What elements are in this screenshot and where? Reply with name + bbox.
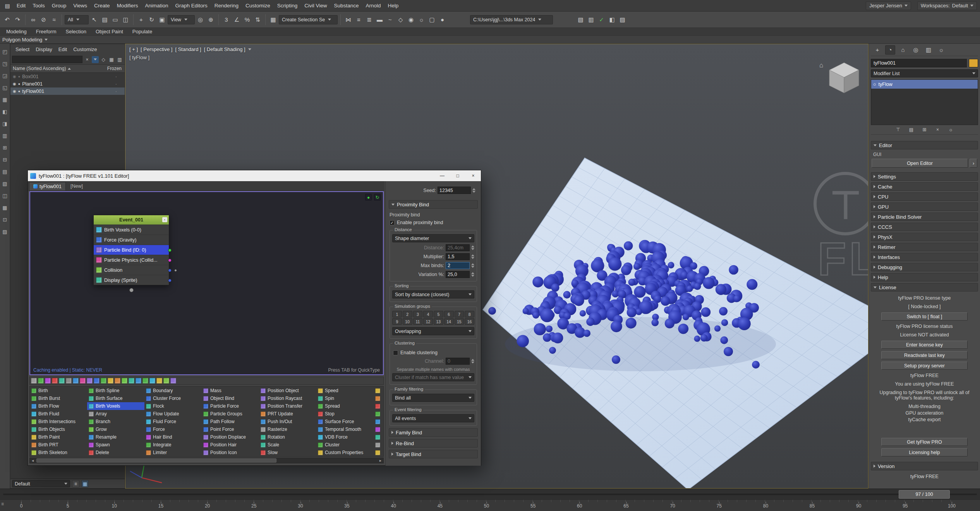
rollout-gpu[interactable]: GPU: [871, 202, 978, 211]
operator-particle-physics-collid[interactable]: Particle Physics (Collid...: [94, 255, 169, 265]
sim-group-button-7[interactable]: 7: [455, 311, 464, 317]
material-editor-icon[interactable]: ◉: [406, 15, 416, 24]
scrollbar-thumb[interactable]: [36, 458, 276, 463]
rollout-license[interactable]: License: [871, 283, 978, 292]
left-dock-icon-15[interactable]: ⊡: [1, 216, 9, 223]
depot-item-object-bind[interactable]: Object Bind: [202, 394, 259, 402]
depot-item-position-hair[interactable]: Position Hair: [202, 441, 259, 449]
spinner[interactable]: [471, 272, 474, 277]
utilities-tab[interactable]: ☼: [936, 45, 946, 55]
spinner[interactable]: [471, 254, 474, 259]
ribbon-tab-modeling[interactable]: Modeling: [2, 28, 31, 36]
explorer-row-plane001[interactable]: ◉●Plane001·: [10, 80, 125, 87]
enable-clustering-checkbox[interactable]: Enable clustering: [393, 350, 474, 355]
depot-filter-icon-7[interactable]: [73, 378, 79, 384]
rendered-frame-window-icon[interactable]: ▢: [427, 15, 437, 24]
reference-coordinate-dropdown[interactable]: View: [168, 15, 195, 24]
toggle-ribbon-icon[interactable]: ▬: [375, 15, 384, 24]
redo-icon[interactable]: ↷: [13, 15, 22, 24]
toggle-layer-explorer-icon[interactable]: ≣: [364, 15, 374, 24]
menu-customize[interactable]: Customize: [242, 0, 274, 12]
depot-filter-icon-19[interactable]: [156, 378, 162, 384]
explorer-menu-select[interactable]: Select: [13, 46, 32, 52]
depot-item[interactable]: [374, 394, 384, 402]
flow-tab-tyflow001[interactable]: tyFlow001: [29, 182, 66, 190]
depot-item-prt-update[interactable]: PRT Update: [259, 410, 316, 418]
depot-item-cluster[interactable]: Cluster: [316, 441, 374, 449]
operator-port[interactable]: [168, 269, 172, 272]
depot-item-speed[interactable]: Speed: [316, 387, 374, 394]
left-dock-icon-11[interactable]: ▤: [1, 168, 9, 175]
rollout-particle-bind-solver[interactable]: Particle Bind Solver: [871, 213, 978, 221]
time-slider[interactable]: 97 / 100: [0, 489, 980, 499]
depot-item-position-icon[interactable]: Position Icon: [202, 449, 259, 456]
depot-filter-icon-15[interactable]: [129, 378, 134, 384]
left-dock-icon-10[interactable]: ⊟: [1, 156, 9, 163]
object-color-swatch[interactable]: [969, 59, 978, 67]
column-chooser-icon[interactable]: ▦: [108, 56, 115, 63]
spinner-snap-icon[interactable]: ⇅: [253, 15, 263, 24]
rollout-help[interactable]: Help: [871, 273, 978, 281]
sim-group-button-15[interactable]: 15: [455, 318, 464, 325]
visibility-icon[interactable]: ◉: [13, 82, 16, 86]
depot-item-spin[interactable]: Spin: [316, 394, 374, 402]
depot-item[interactable]: [374, 425, 384, 433]
explorer-column-header[interactable]: Name (Sorted Ascending) Frozen: [10, 65, 125, 73]
editor-options-button[interactable]: ›: [970, 159, 977, 168]
snap-toggle-3d-icon[interactable]: 3: [221, 15, 231, 24]
unlink-selection-icon[interactable]: ⊘: [39, 15, 48, 24]
depot-item-flow-update[interactable]: Flow Update: [144, 410, 202, 418]
depot-item-flock[interactable]: Flock: [144, 402, 202, 410]
depot-item-birth[interactable]: Birth: [30, 387, 87, 394]
name-column-header[interactable]: Name (Sorted Ascending): [13, 66, 66, 71]
frozen-column-header[interactable]: Frozen: [107, 66, 122, 71]
distance-input[interactable]: 25,4cm: [446, 244, 470, 251]
sim-group-button-3[interactable]: 3: [413, 311, 423, 317]
create-tab[interactable]: +: [872, 45, 882, 55]
sorting-dropdown[interactable]: Sort by distance (closest): [392, 290, 474, 298]
depot-item-array[interactable]: Array: [87, 410, 144, 418]
depot-item-slow[interactable]: Slow: [259, 449, 316, 456]
named-selection-sets-dropdown[interactable]: Create Selection Se: [279, 15, 338, 24]
depot-item[interactable]: [374, 387, 384, 394]
modifier-list-dropdown[interactable]: Modifier List: [871, 69, 978, 77]
flow-tab-new[interactable]: [New]: [67, 182, 87, 190]
configure-modifier-sets-button[interactable]: ☼: [947, 126, 955, 134]
menu-scripting[interactable]: Scripting: [274, 0, 301, 12]
depot-item-surface-force[interactable]: Surface Force: [316, 418, 374, 425]
depot-item-birth-flow[interactable]: Birth Flow: [30, 402, 87, 410]
operator-display-sprite[interactable]: Display (Sprite): [94, 275, 169, 285]
rollout-re-bind[interactable]: Re-Bind: [389, 439, 478, 448]
edit-named-selection-sets-icon[interactable]: ▦: [268, 15, 278, 24]
seed-input[interactable]: 12345: [438, 187, 471, 194]
sim-group-button-11[interactable]: 11: [413, 318, 423, 325]
ribbon-tab-freeform[interactable]: Freeform: [31, 28, 61, 36]
depot-item-push-in-out[interactable]: Push In/Out: [259, 418, 316, 425]
sim-group-button-6[interactable]: 6: [444, 311, 454, 317]
left-dock-icon-5[interactable]: ▦: [1, 96, 9, 103]
window-title-bar[interactable]: tyFlow001 : [tyFlow FREE v1.101 Editor] …: [28, 170, 481, 181]
filter-icon[interactable]: [92, 56, 99, 63]
ribbon-tab-object-paint[interactable]: Object Paint: [91, 28, 128, 36]
depot-item-position-object[interactable]: Position Object: [259, 387, 316, 394]
rollout-target-bind[interactable]: Target Bind: [389, 450, 478, 458]
seed-spinner[interactable]: [472, 188, 475, 193]
bind-to-space-warp-icon[interactable]: ≈: [49, 15, 59, 24]
maximize-button[interactable]: □: [450, 170, 465, 181]
remove-modifier-button[interactable]: ×: [934, 126, 942, 134]
left-dock-icon-14[interactable]: ▩: [1, 204, 9, 211]
left-dock-icon-8[interactable]: ▥: [1, 132, 9, 139]
depot-item-rotation[interactable]: Rotation: [259, 433, 316, 441]
lock-icon[interactable]: ◇: [100, 56, 107, 63]
depot-item-birth-objects[interactable]: Birth Objects: [30, 425, 87, 433]
object-name-field[interactable]: tyFlow001: [871, 59, 967, 67]
switch-to-float-button[interactable]: Switch to [ float ]: [881, 312, 968, 321]
depot-filter-icon-12[interactable]: [108, 378, 113, 384]
operator-birth-voxels-0-0[interactable]: Birth Voxels (0-0): [94, 225, 169, 235]
menu-graph-editors[interactable]: Graph Editors: [172, 0, 211, 12]
depot-item-birth-intersections[interactable]: Birth Intersections: [30, 418, 87, 425]
select-and-scale-icon[interactable]: ▣: [157, 15, 167, 24]
rollout-cache[interactable]: Cache: [871, 182, 978, 191]
menu-views[interactable]: Views: [70, 0, 91, 12]
left-dock-icon-4[interactable]: ◱: [1, 84, 9, 91]
